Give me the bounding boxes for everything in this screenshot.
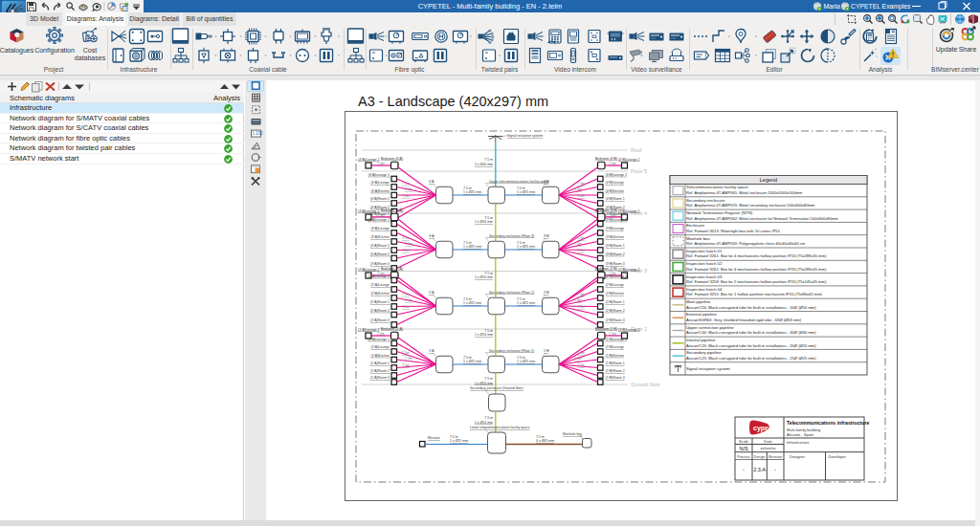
- svg-text:Internal pipeline: Internal pipeline: [686, 338, 716, 342]
- svg-text:Secondary enclosure: Secondary enclosure: [686, 198, 725, 203]
- svg-text:Ref. Famatel 3255: Box for 1 h: Ref. Famatel 3255: Box for 1 hollow part…: [686, 292, 823, 296]
- svg-text:cype: cype: [753, 425, 768, 432]
- svg-text:2.3.A: 2.3.A: [753, 467, 766, 472]
- svg-text:(1ºB)Room 2: (1ºB)Room 2: [606, 369, 625, 373]
- svg-text:(1ºB)Lounge: (1ºB)Lounge: [606, 345, 625, 349]
- svg-text:(2ºB)Room 1: (2ºB)Room 1: [606, 300, 625, 304]
- svg-text:Bedroom (1ºB): Bedroom (1ºB): [595, 327, 617, 331]
- svg-text:7.5m: 7.5m: [377, 162, 385, 165]
- svg-text:Editor: Editor: [766, 66, 783, 73]
- svg-text:7.5m: 7.5m: [609, 213, 616, 217]
- svg-text:Network Termination Register (: Network Termination Register (NTR): [686, 210, 753, 215]
- svg-text:1 x Ø25 mm: 1 x Ø25 mm: [517, 245, 535, 249]
- svg-text:4ºB: 4ºB: [544, 180, 549, 184]
- svg-text:(4ºB)Room 1: (4ºB)Room 1: [606, 197, 625, 201]
- svg-text:Bedroom (4ºB): Bedroom (4ºB): [595, 157, 617, 161]
- svg-text:7.5 m: 7.5 m: [450, 435, 458, 439]
- svg-text:1:100: 1:100: [252, 131, 263, 136]
- svg-text:Share: Share: [959, 46, 977, 53]
- svg-text:Inspection hatch 02: Inspection hatch 02: [686, 261, 723, 266]
- svg-text:Roof: Roof: [631, 147, 642, 153]
- svg-text:(1ºA)Lounge: (1ºA)Lounge: [370, 345, 390, 349]
- svg-text:(3ºA)Lounge 1: (3ºA)Lounge 1: [368, 218, 390, 222]
- svg-text:7.5m: 7.5m: [402, 194, 410, 198]
- svg-text:2ºA: 2ºA: [429, 291, 434, 295]
- svg-text:(2ºA)Lounge: (2ºA)Lounge: [370, 283, 390, 287]
- svg-text:Signal reception system: Signal reception system: [686, 366, 730, 371]
- svg-text:Ref. Amplantena 0T-AMP020: Pol: Ref. Amplantena 0T-AMP020: Polypropylene…: [686, 241, 806, 246]
- svg-text:databases: databases: [75, 55, 106, 61]
- svg-text:(1ºB)Room 1: (1ºB)Room 1: [606, 362, 625, 365]
- svg-text:7.5m: 7.5m: [577, 249, 585, 252]
- svg-text:Manhole box: Manhole box: [686, 236, 710, 241]
- svg-text:1 x Ø25 mm: 1 x Ø25 mm: [463, 360, 481, 363]
- svg-text:(2ºB)Lounge 1: (2ºB)Lounge 1: [606, 274, 628, 278]
- svg-text:(4ºA)Lounge 2: (4ºA)Lounge 2: [358, 158, 380, 162]
- svg-text:7.5m: 7.5m: [405, 298, 412, 302]
- svg-text:(4ºB)Lounge: (4ºB)Lounge: [606, 181, 625, 185]
- svg-text:7.5 m: 7.5 m: [517, 186, 525, 190]
- svg-text:External pipeline: External pipeline: [686, 312, 717, 317]
- svg-text:7.5m: 7.5m: [577, 305, 585, 309]
- svg-text:(4ºB)Lounge 2: (4ºB)Lounge 2: [618, 158, 640, 162]
- svg-text:7.5m: 7.5m: [609, 332, 616, 336]
- svg-text:Bedroom (3ºA): Bedroom (3ºA): [381, 208, 403, 212]
- svg-text:Secondary enclosure (Ground fl: Secondary enclosure (Ground floor): [470, 386, 523, 390]
- svg-text:Inspection hatch 04: Inspection hatch 04: [686, 287, 723, 292]
- svg-text:7.5m: 7.5m: [402, 305, 410, 309]
- svg-text:Coaxial cable: Coaxial cable: [249, 66, 287, 73]
- svg-text:Video surveillance: Video surveillance: [631, 66, 682, 73]
- svg-text:7.5m: 7.5m: [402, 249, 410, 252]
- svg-text:7.5m: 7.5m: [377, 213, 385, 217]
- svg-text:Infrastructure: Infrastructure: [121, 66, 158, 73]
- svg-text:Multi-family building: Multi-family building: [787, 427, 820, 432]
- svg-text:(1ºA)Kitchen: (1ºA)Kitchen: [370, 354, 390, 358]
- svg-text:Aiscan/6GR63: Grey shielded th: Aiscan/6GR63: Grey shielded threaded rig…: [686, 318, 802, 322]
- svg-text:Bedroom (2ºA): Bedroom (2ºA): [381, 267, 403, 271]
- svg-text:7.5 m: 7.5 m: [484, 216, 493, 220]
- svg-text:(3ºB)Lounge 1: (3ºB)Lounge 1: [606, 218, 628, 222]
- svg-text:(2ºB)Lounge: (2ºB)Lounge: [606, 283, 625, 287]
- svg-text:Inspection hatch 01: Inspection hatch 01: [686, 249, 723, 253]
- svg-text:(1ºA)Lounge 2: (1ºA)Lounge 2: [358, 328, 380, 332]
- svg-text:(4ºB)Kitchen: (4ºB)Kitchen: [606, 189, 625, 193]
- svg-text:Upper telecommunications facil: Upper telecommunications facility space: [489, 180, 548, 184]
- svg-text:(3ºA)Lounge 2: (3ºA)Lounge 2: [358, 209, 380, 213]
- svg-text:(3ºB)Room 1: (3ºB)Room 1: [606, 244, 625, 248]
- svg-text:Video intercom: Video intercom: [554, 66, 596, 73]
- svg-text:1 x Ø25 mm: 1 x Ø25 mm: [463, 190, 481, 194]
- svg-text:3ºB: 3ºB: [544, 234, 549, 238]
- svg-text:7.5 m: 7.5 m: [463, 297, 472, 301]
- svg-text:(1ºA)Room 3: (1ºA)Room 3: [370, 376, 390, 380]
- svg-text:Aiscan/C25: Black corrugated t: Aiscan/C25: Black corrugated tube for bu…: [686, 356, 816, 361]
- svg-text:(2ºA)Room 3: (2ºA)Room 3: [370, 318, 390, 322]
- svg-text:(1ºB)Lounge 1: (1ºB)Lounge 1: [606, 338, 628, 341]
- svg-text:Legend: Legend: [760, 177, 777, 183]
- svg-text:Elevator: Elevator: [428, 436, 441, 440]
- svg-text:(4ºA)Lounge: (4ºA)Lounge: [370, 181, 390, 185]
- svg-text:(3ºA)Lounge: (3ºA)Lounge: [370, 227, 390, 230]
- svg-text:1ºA: 1ºA: [429, 349, 434, 353]
- svg-text:Telecommunications facility sp: Telecommunications facility space: [686, 185, 748, 189]
- svg-text:(2ºB)Room 3: (2ºB)Room 3: [606, 318, 625, 322]
- svg-text:Bedroom (2ºB): Bedroom (2ºB): [595, 267, 617, 271]
- svg-text:7.5m: 7.5m: [402, 236, 410, 240]
- svg-text:7.5m: 7.5m: [402, 293, 410, 296]
- svg-text:Enclosure: Enclosure: [686, 223, 705, 228]
- svg-text:xx/xxx/xx: xx/xxx/xx: [760, 446, 775, 450]
- svg-text:Aiscan/C20: Black corrugated t: Aiscan/C20: Black corrugated tube for bu…: [686, 343, 816, 348]
- svg-text:(2ºB)Lounge 2: (2ºB)Lounge 2: [618, 268, 640, 272]
- svg-text:Aiscan/C40: Black corrugated t: Aiscan/C40: Black corrugated tube for bu…: [686, 330, 816, 335]
- svg-text:Ref. Famatel 3013: Watertight: Ref. Famatel 3013: Watertight box with 1…: [686, 229, 781, 233]
- svg-text:7.5m: 7.5m: [577, 351, 585, 355]
- svg-text:7.5m: 7.5m: [577, 363, 585, 367]
- svg-text:7.5 m: 7.5 m: [463, 241, 472, 245]
- svg-text:-: -: [774, 467, 776, 472]
- svg-text:4 x Ø63 mm: 4 x Ø63 mm: [536, 439, 554, 443]
- svg-text:(3ºA)Room 2: (3ºA)Room 2: [370, 252, 390, 256]
- svg-text:Ref. Famatel 3261: Box for 4 m: Ref. Famatel 3261: Box for 4 mechanisms …: [686, 253, 827, 258]
- svg-text:7.5 m: 7.5 m: [484, 158, 493, 162]
- svg-text:(2ºA)Lounge 2: (2ºA)Lounge 2: [358, 268, 380, 272]
- svg-text:(2ºA)Lounge 1: (2ºA)Lounge 1: [368, 274, 390, 278]
- svg-text:Lower telecommunications facil: Lower telecommunications facility space: [470, 426, 529, 429]
